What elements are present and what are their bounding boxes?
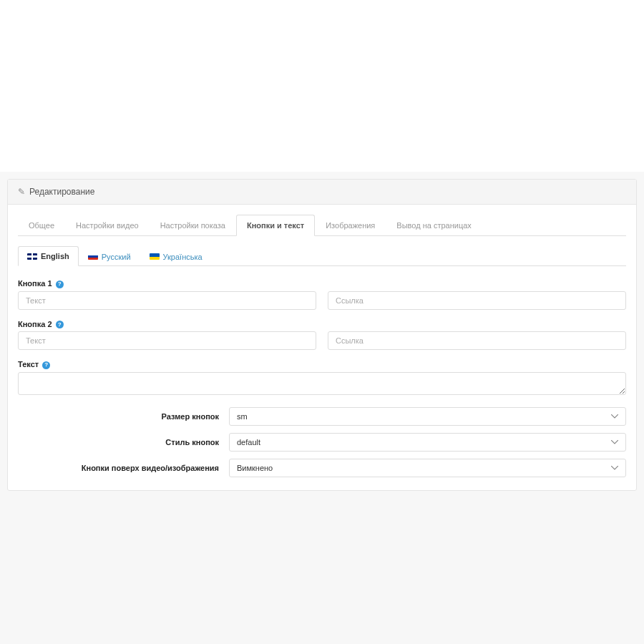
info-icon[interactable] [42, 361, 50, 369]
lang-label: Українська [163, 253, 203, 261]
info-icon[interactable] [56, 321, 64, 328]
flag-en-icon [27, 253, 37, 260]
text-label: Текст [18, 360, 626, 369]
pencil-icon [18, 187, 25, 197]
tab-general[interactable]: Общее [18, 215, 65, 236]
button1-link-input[interactable] [328, 291, 626, 310]
button2-label: Кнопка 2 [18, 320, 626, 329]
button1-text-input[interactable] [18, 291, 316, 310]
main-tabs: Общее Настройки видео Настройки показа К… [18, 215, 626, 236]
language-tabs: English Русский Українська [18, 246, 626, 266]
tab-video-settings[interactable]: Настройки видео [65, 215, 150, 236]
button2-link-input[interactable] [328, 331, 626, 350]
info-icon[interactable] [56, 280, 64, 288]
tab-images[interactable]: Изображения [315, 215, 386, 236]
lang-label: Русский [102, 253, 131, 261]
button-size-label: Размер кнопок [18, 412, 229, 421]
lang-tab-ukrainian[interactable]: Українська [140, 246, 212, 266]
tab-page-output[interactable]: Вывод на страницах [386, 215, 482, 236]
panel-title: Редактирование [29, 187, 94, 197]
text-textarea[interactable] [18, 372, 626, 395]
button1-label: Кнопка 1 [18, 279, 626, 288]
button-style-label: Стиль кнопок [18, 438, 229, 447]
tab-display-settings[interactable]: Настройки показа [150, 215, 236, 236]
overlay-label: Кнопки поверх видео/изображения [18, 464, 229, 472]
panel-header: Редактирование [8, 180, 636, 205]
tab-buttons-text[interactable]: Кнопки и текст [236, 215, 315, 236]
flag-ua-icon [150, 253, 160, 260]
lang-tab-russian[interactable]: Русский [79, 246, 140, 266]
edit-panel: Редактирование Общее Настройки видео Нас… [7, 179, 637, 491]
flag-ru-icon [88, 253, 98, 260]
button-style-select[interactable]: default [229, 433, 626, 452]
overlay-select[interactable]: Вимкнено [229, 459, 626, 477]
lang-tab-english[interactable]: English [18, 246, 79, 266]
lang-label: English [41, 252, 69, 260]
button2-text-input[interactable] [18, 331, 316, 350]
button-size-select[interactable]: sm [229, 407, 626, 426]
